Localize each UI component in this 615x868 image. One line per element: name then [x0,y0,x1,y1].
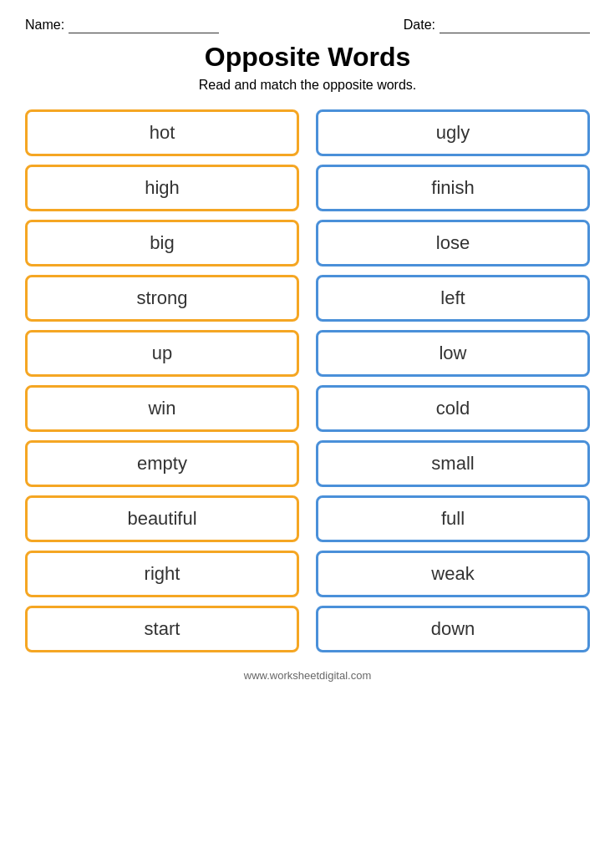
date-label: Date: [404,18,435,33]
right-column: uglyfinishloseleftlowcoldsmallfullweakdo… [316,109,590,652]
right-word-box[interactable]: left [316,275,590,322]
page-title: Opposite Words [25,42,590,73]
footer-url: www.worksheetdigital.com [244,669,371,682]
left-column: hothighbigstrongupwinemptybeautifulright… [25,109,299,652]
date-field: Date: [404,17,590,33]
right-word-box[interactable]: ugly [316,109,590,156]
left-word-box[interactable]: win [25,385,299,432]
left-word-box[interactable]: big [25,220,299,266]
right-word-box[interactable]: small [316,440,590,487]
right-word-box[interactable]: lose [316,220,590,266]
page-subtitle: Read and match the opposite words. [25,78,590,93]
right-word-box[interactable]: down [316,606,590,652]
right-word-box[interactable]: full [316,495,590,542]
left-word-box[interactable]: empty [25,440,299,487]
left-word-box[interactable]: beautiful [25,495,299,542]
left-word-box[interactable]: start [25,606,299,652]
left-word-box[interactable]: hot [25,109,299,156]
header-line: Name: Date: [25,17,590,33]
right-word-box[interactable]: low [316,330,590,377]
words-container: hothighbigstrongupwinemptybeautifulright… [25,109,590,652]
date-underline[interactable] [440,17,590,33]
left-word-box[interactable]: right [25,551,299,597]
right-word-box[interactable]: cold [316,385,590,432]
name-underline[interactable] [69,17,219,33]
name-label: Name: [25,18,64,33]
left-word-box[interactable]: high [25,165,299,211]
left-word-box[interactable]: up [25,330,299,377]
right-word-box[interactable]: weak [316,551,590,597]
name-field: Name: [25,17,219,33]
left-word-box[interactable]: strong [25,275,299,322]
right-word-box[interactable]: finish [316,165,590,211]
